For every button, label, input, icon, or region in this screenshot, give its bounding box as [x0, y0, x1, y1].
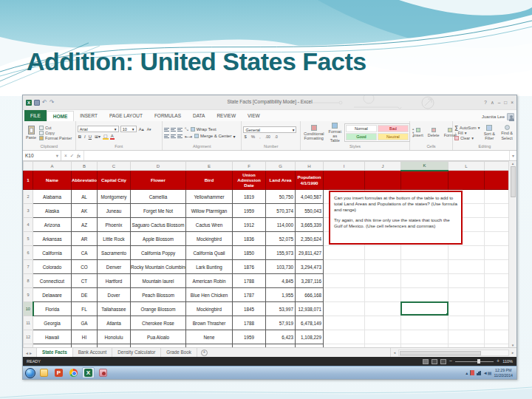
cell[interactable] — [401, 330, 449, 344]
row-header-13[interactable]: 13 — [24, 344, 33, 348]
cell[interactable]: 57,919 — [266, 316, 296, 330]
cell[interactable]: CT — [72, 274, 98, 288]
cell[interactable]: Willow Ptarmigan — [186, 204, 233, 218]
cell[interactable]: Cactus Wren — [186, 218, 233, 232]
powerpoint-icon[interactable]: P — [52, 367, 65, 378]
cell[interactable]: Mockingbird — [186, 232, 233, 246]
autosum-button[interactable]: ∑AutoSum▾ — [454, 125, 480, 130]
cell[interactable] — [324, 330, 365, 344]
column-header-I[interactable]: I — [324, 162, 365, 171]
cell-style-good[interactable]: Good — [346, 133, 377, 140]
increase-decimal-button[interactable]: .00 — [265, 134, 271, 139]
cell[interactable]: 3,294,473 — [296, 260, 324, 274]
row-header-1[interactable]: 1 — [24, 171, 33, 190]
cell[interactable]: Mountain Bluebird — [186, 344, 233, 348]
close-icon[interactable]: × — [511, 100, 514, 106]
header-cell[interactable]: Flower — [131, 171, 186, 190]
cell[interactable]: HI — [72, 330, 98, 344]
cell[interactable]: Alaska — [33, 204, 72, 218]
minimize-icon[interactable]: – — [498, 100, 501, 106]
row-header-6[interactable]: 6 — [24, 246, 33, 260]
cell[interactable]: 1787 — [233, 288, 266, 302]
cell[interactable]: 666,168 — [296, 288, 324, 302]
normal-view-icon[interactable] — [423, 359, 429, 364]
cell[interactable]: Boise — [98, 344, 131, 348]
borders-button[interactable]: ⊞▾ — [94, 134, 101, 139]
cell[interactable] — [324, 316, 365, 330]
cell[interactable]: American Robin — [186, 274, 233, 288]
cell[interactable] — [365, 260, 401, 274]
cell[interactable] — [365, 344, 401, 348]
sort-filter-button[interactable]: Sort & Filter — [481, 125, 497, 140]
cell[interactable]: 6,423 — [266, 330, 296, 344]
select-all-corner[interactable] — [24, 162, 33, 171]
align-top-icon[interactable] — [164, 128, 169, 132]
ribbon-options-icon[interactable]: ∧ — [491, 100, 494, 106]
cell[interactable] — [401, 316, 449, 330]
cell[interactable] — [365, 274, 401, 288]
align-middle-icon[interactable] — [171, 128, 176, 132]
show-hidden-icons-icon[interactable]: ▴ — [466, 371, 468, 375]
conditional-formatting-button[interactable]: Conditional Formatting — [302, 125, 326, 140]
cell[interactable]: Blue Hen Chicken — [186, 288, 233, 302]
column-header-D[interactable]: D — [131, 162, 186, 171]
header-cell[interactable]: Union Admission Date — [233, 171, 266, 190]
cell[interactable]: Rocky Mountain Columbine — [131, 260, 186, 274]
cell[interactable] — [449, 302, 485, 316]
cell[interactable] — [401, 288, 449, 302]
cell[interactable]: 1959 — [233, 330, 266, 344]
cell[interactable]: Syringa - Mock Orange — [131, 344, 186, 348]
cell[interactable]: Georgia — [33, 316, 72, 330]
column-header-K[interactable]: K — [401, 162, 449, 171]
cell[interactable]: 1819 — [233, 190, 266, 204]
cell[interactable]: Tallahassee — [98, 302, 131, 316]
cell[interactable]: CO — [72, 260, 98, 274]
taskbar-clock[interactable]: 12:29 PM 11/20/2014 — [494, 368, 514, 378]
cell[interactable]: Hartford — [98, 274, 131, 288]
scroll-up-icon[interactable]: ▴ — [512, 161, 514, 166]
cell[interactable]: 1890 — [233, 344, 266, 348]
cell[interactable]: Colorado — [33, 260, 72, 274]
font-size-combo[interactable]: 10▾ — [120, 126, 137, 132]
cell[interactable]: AK — [72, 204, 98, 218]
cell[interactable]: Dover — [98, 288, 131, 302]
row-header-9[interactable]: 9 — [24, 288, 33, 302]
align-center-icon[interactable] — [171, 134, 176, 138]
vertical-scroll-thumb[interactable] — [511, 166, 516, 197]
cell[interactable]: Brown Thrasher — [186, 316, 233, 330]
column-header-L[interactable]: L — [449, 162, 485, 171]
cell[interactable]: 550,043 — [296, 204, 324, 218]
zoom-in-icon[interactable]: + — [497, 359, 499, 364]
cell[interactable]: 3,665,339 — [296, 218, 324, 232]
ribbon-tab-page-layout[interactable]: PAGE LAYOUT — [103, 111, 149, 121]
cell[interactable]: Lark Bunting — [186, 260, 233, 274]
cell[interactable]: AZ — [72, 218, 98, 232]
formula-input[interactable] — [84, 151, 509, 160]
ribbon-tab-file[interactable]: FILE — [24, 110, 47, 121]
cell[interactable] — [324, 344, 365, 348]
cell[interactable] — [365, 246, 401, 260]
cell-style-neutral[interactable]: Neutral — [378, 133, 409, 140]
underline-button[interactable]: U — [88, 134, 92, 139]
photo-app-icon[interactable] — [97, 367, 109, 378]
grow-font-button[interactable]: A▴ — [138, 126, 145, 132]
sheet-tab-bank-account[interactable]: Bank Account — [73, 348, 113, 358]
column-header-A[interactable]: A — [33, 162, 72, 171]
cell[interactable] — [365, 288, 401, 302]
align-left-icon[interactable] — [164, 134, 169, 138]
cell[interactable] — [449, 171, 485, 190]
cell[interactable]: Phoenix — [98, 218, 131, 232]
cell[interactable]: Florida — [33, 302, 72, 316]
cell[interactable]: ID — [72, 344, 98, 348]
row-header-12[interactable]: 12 — [24, 330, 33, 344]
cell[interactable]: Apple Blossom — [131, 232, 186, 246]
cell[interactable]: Honolulu — [98, 330, 131, 344]
cell[interactable] — [449, 288, 485, 302]
cell[interactable] — [401, 274, 449, 288]
cell[interactable]: Little Rock — [98, 232, 131, 246]
cell[interactable]: Peach Blossom — [131, 288, 186, 302]
name-box[interactable]: K10▾ — [23, 151, 61, 160]
column-header-H[interactable]: H — [296, 162, 324, 171]
cell[interactable]: CA — [72, 246, 98, 260]
cell[interactable]: FL — [72, 302, 98, 316]
